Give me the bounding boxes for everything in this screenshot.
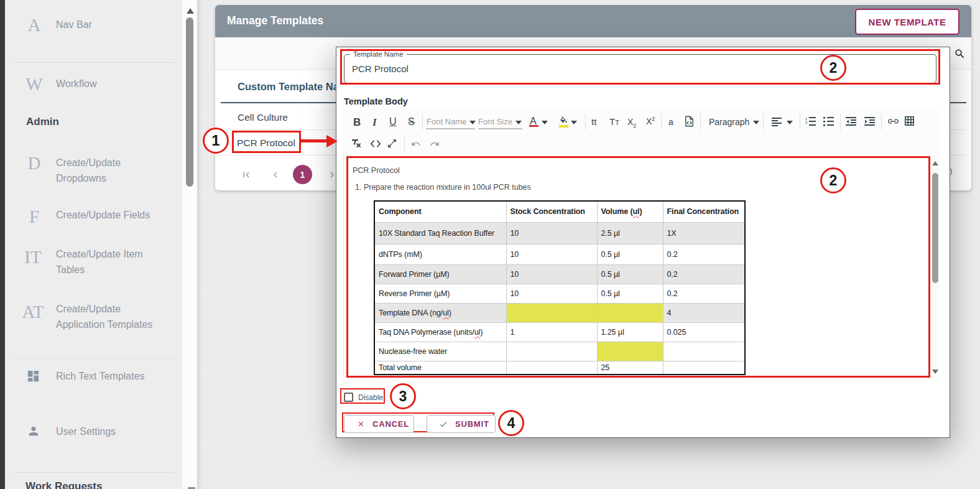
svg-text:2: 2 xyxy=(805,121,808,124)
